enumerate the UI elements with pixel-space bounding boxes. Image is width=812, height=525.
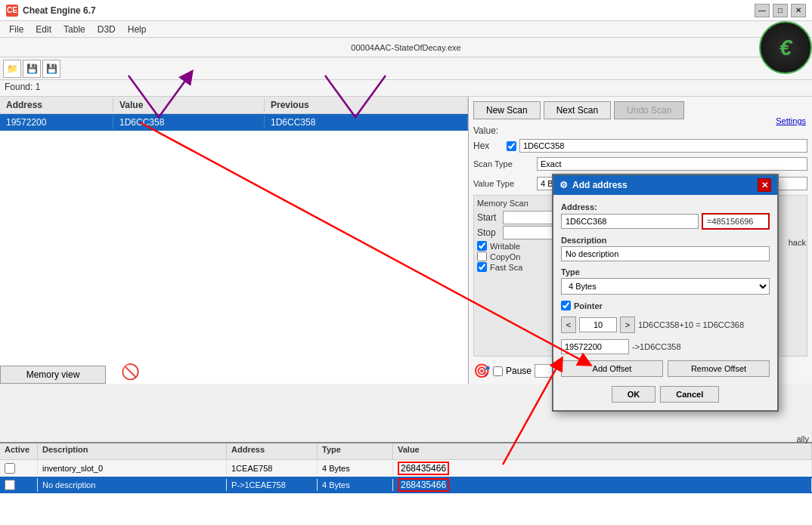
dialog-type-select[interactable]: 4 Bytes 2 Bytes 1 Byte 8 Bytes Float Dou… [561,278,770,295]
dialog-cancel-button[interactable]: Cancel [660,386,719,403]
dialog-offset-input[interactable] [579,317,617,332]
dialog-title: ⚙ Add address [559,180,628,190]
dialog-title-bar: ⚙ Add address ✕ [553,175,777,195]
dialog-pointer-row: Pointer [561,301,770,310]
dialog-offset-row: < > 1D6CC358+10 = 1D6CC368 [561,317,770,333]
dialog-close-button[interactable]: ✕ [758,178,771,192]
dialog-type-label: Type [561,267,770,276]
dialog-type-section: Type 4 Bytes 2 Bytes 1 Byte 8 Bytes Floa… [561,267,770,295]
dialog-pointer-checkbox[interactable] [561,301,571,310]
dialog-address-label: Address: [561,202,770,212]
dialog-gear-icon: ⚙ [559,180,568,190]
dialog-offset-result: 1D6CC358+10 = 1D6CC368 [638,320,744,329]
dialog-overlay: ⚙ Add address ✕ Address: =485156696 Desc… [0,0,812,525]
dialog-pointer-label: Pointer [574,301,603,310]
dialog-action-row: Add Offset Remove Offset [561,360,770,377]
dialog-offset-more-button[interactable]: > [620,317,635,333]
add-address-dialog: ⚙ Add address ✕ Address: =485156696 Desc… [552,174,779,412]
dialog-title-text-label: Add address [572,180,628,190]
dialog-body: Address: =485156696 Description Type 4 B… [553,195,777,410]
dialog-address-section: Address: =485156696 [561,202,770,230]
dialog-description-input[interactable] [561,246,770,261]
dialog-ok-cancel: OK Cancel [561,386,770,403]
dialog-base-row: ->1D6CC358 [561,339,770,354]
dialog-address-row: =485156696 [561,213,770,230]
dialog-description-label: Description [561,236,770,245]
dialog-offset-less-button[interactable]: < [561,317,576,333]
add-offset-button[interactable]: Add Offset [561,360,663,377]
dialog-address-extra: =485156696 [702,213,770,230]
dialog-base-input[interactable] [561,339,629,354]
dialog-address-input[interactable] [561,214,699,229]
dialog-base-result: ->1D6CC358 [632,342,681,351]
remove-offset-button[interactable]: Remove Offset [668,360,770,377]
dialog-ok-button[interactable]: OK [612,386,656,403]
dialog-description-section: Description [561,236,770,261]
